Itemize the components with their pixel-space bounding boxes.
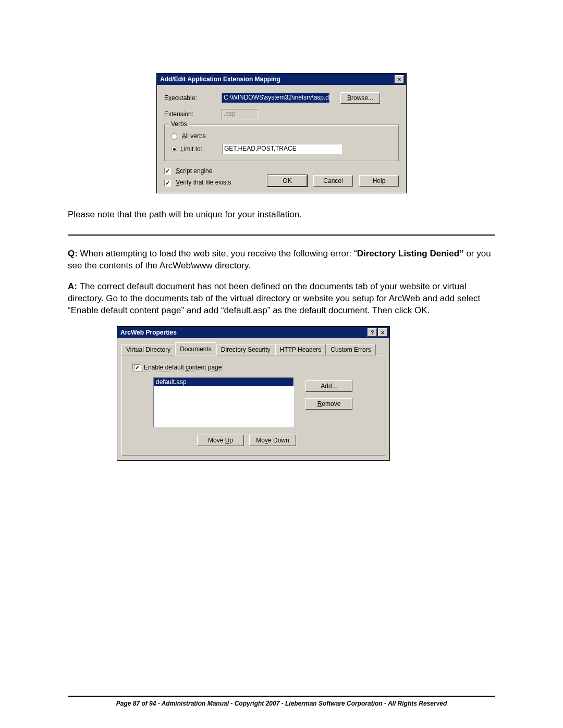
documents-tab-panel: ✓ Enable default content page default.as… bbox=[121, 355, 385, 456]
verify-file-label: Verify that file exists bbox=[176, 179, 231, 186]
tab-custom-errors[interactable]: Custom Errors bbox=[326, 344, 375, 355]
answer-paragraph: A: The correct default document has not … bbox=[68, 281, 495, 317]
verify-file-checkbox[interactable]: ✓ bbox=[164, 180, 171, 187]
note-text: Please note that the path will be unique… bbox=[68, 209, 495, 221]
verbs-group-caption: Verbs bbox=[169, 120, 189, 128]
limit-to-radio[interactable] bbox=[171, 146, 177, 152]
limit-to-label: Limit to: bbox=[180, 145, 202, 153]
move-down-button[interactable]: Move Down bbox=[249, 435, 296, 446]
tab-documents[interactable]: Documents bbox=[175, 342, 216, 355]
footer-rule bbox=[68, 696, 495, 697]
all-verbs-radio[interactable] bbox=[171, 133, 177, 140]
cancel-button[interactable]: Cancel bbox=[313, 175, 353, 187]
enable-default-content-label: Enable default content page bbox=[144, 364, 222, 371]
move-up-button[interactable]: Move Up bbox=[197, 435, 244, 446]
verbs-group: Verbs All verbs Limit to: GET,HEAD,POST,… bbox=[164, 125, 399, 161]
section-divider bbox=[68, 235, 495, 236]
list-item[interactable]: default.asp bbox=[154, 378, 293, 386]
close-icon[interactable]: × bbox=[378, 328, 387, 337]
add-button[interactable]: Add... bbox=[305, 380, 352, 392]
script-engine-checkbox[interactable]: ✓ bbox=[164, 168, 171, 175]
arcweb-properties-dialog: ArcWeb Properties ? × Virtual Directory … bbox=[117, 326, 390, 461]
dialog-titlebar: Add/Edit Application Extension Mapping × bbox=[157, 73, 406, 85]
default-documents-listbox[interactable]: default.asp bbox=[153, 377, 294, 427]
question-paragraph: Q: When attempting to load the web site,… bbox=[68, 248, 495, 272]
limit-to-input[interactable]: GET,HEAD,POST,TRACE bbox=[222, 144, 342, 154]
browse-button[interactable]: Browse... bbox=[340, 92, 380, 104]
remove-button[interactable]: Remove bbox=[305, 398, 352, 410]
close-icon[interactable]: × bbox=[395, 75, 404, 83]
tab-strip: Virtual Directory Documents Directory Se… bbox=[117, 338, 389, 355]
executable-label: Executable: bbox=[164, 94, 222, 102]
tab-directory-security[interactable]: Directory Security bbox=[216, 344, 275, 355]
tab-http-headers[interactable]: HTTP Headers bbox=[275, 344, 326, 355]
page-footer: Page 87 of 94 - Administration Manual - … bbox=[68, 693, 495, 707]
document-body: Please note that the path will be unique… bbox=[68, 209, 495, 317]
ok-button[interactable]: OK bbox=[267, 175, 307, 187]
tab-virtual-directory[interactable]: Virtual Directory bbox=[121, 344, 175, 355]
executable-input[interactable]: C:\WINDOWS\system32\inetsrv\asp.dll bbox=[222, 93, 330, 103]
dialog-titlebar: ArcWeb Properties ? × bbox=[117, 327, 389, 338]
footer-text: Page 87 of 94 - Administration Manual - … bbox=[116, 700, 447, 707]
dialog-title: ArcWeb Properties bbox=[120, 329, 366, 336]
all-verbs-label: All verbs bbox=[182, 132, 206, 140]
enable-default-content-checkbox[interactable]: ✓ bbox=[134, 364, 141, 371]
dialog-title: Add/Edit Application Extension Mapping bbox=[160, 76, 394, 83]
extension-input: .asp bbox=[222, 109, 259, 119]
help-icon[interactable]: ? bbox=[368, 328, 377, 337]
extension-mapping-dialog: Add/Edit Application Extension Mapping ×… bbox=[156, 73, 407, 193]
help-button[interactable]: Help bbox=[359, 175, 399, 187]
extension-label: Extension: bbox=[164, 110, 222, 118]
script-engine-label: Script engine bbox=[176, 167, 212, 175]
